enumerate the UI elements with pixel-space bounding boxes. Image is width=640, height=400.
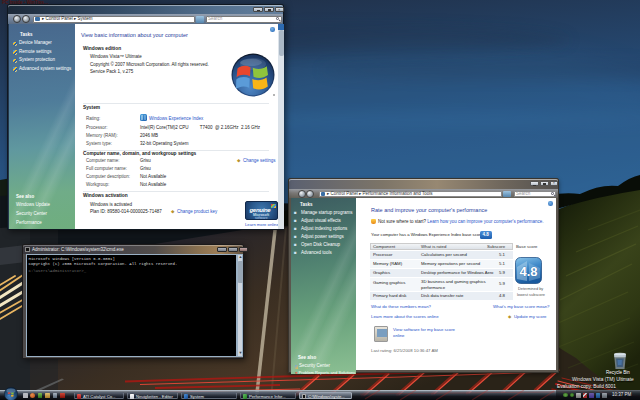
svg-text:4.8: 4.8: [519, 264, 537, 279]
